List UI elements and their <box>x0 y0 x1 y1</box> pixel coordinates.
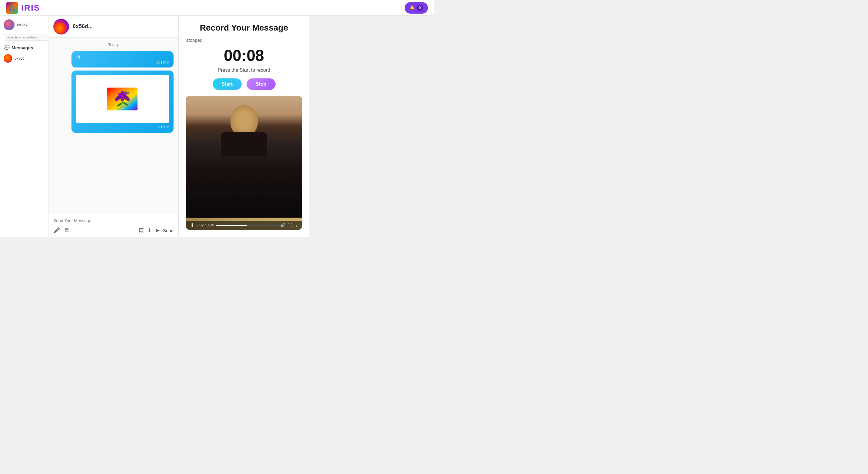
more-options-icon[interactable]: ⋮ <box>294 223 299 228</box>
message-bubble-image: IRIS 13:18PM <box>71 70 174 133</box>
stop-record-button[interactable]: Stop <box>247 78 276 90</box>
chat-messages: Today Hi 13:17PM <box>49 37 178 213</box>
chat-peer-avatar <box>53 19 69 34</box>
user-profile: 0x2a7... <box>4 20 44 30</box>
messages-section: 💬 Messages 0x56d... <box>4 45 44 64</box>
record-panel: Record Your Message stopped 00:08 Press … <box>179 16 309 237</box>
video-controls-bar: ⏸ 0:02 / 0:04 🔊 ⛶ ⋮ <box>186 221 302 230</box>
app-logo <box>6 2 18 14</box>
date-divider: Today <box>53 42 174 47</box>
record-hint: Press the Start to record <box>186 68 302 73</box>
record-timer: 00:08 <box>186 46 302 65</box>
svg-text:IRIS: IRIS <box>121 108 124 109</box>
topbar-left: IRIS <box>6 2 40 14</box>
chat-toolbar-left: 🎤 🖥 <box>53 227 69 234</box>
chat-panel: 0x56d... Today Hi 13:17PM <box>49 16 179 237</box>
chat-input-area: 🎤 🖥 🖼 ⬇ ➤ Send <box>49 213 178 237</box>
message-bubble-text: Hi 13:17PM <box>71 51 174 68</box>
user-address: 0x2a7... <box>17 23 31 27</box>
record-controls: Start Stop <box>186 78 302 90</box>
download-icon[interactable]: ⬇ <box>147 227 152 234</box>
person-head <box>230 105 258 135</box>
message-time-2: 13:18PM <box>76 125 169 129</box>
video-preview: ⏸ 0:02 / 0:04 🔊 ⛶ ⋮ <box>186 96 302 230</box>
search-input[interactable] <box>4 34 51 40</box>
main-layout: 0x2a7... Search 💬 Messages 0x56d... 0x56… <box>0 16 434 237</box>
video-time: 0:02 / 0:04 <box>196 223 214 227</box>
app-title: IRIS <box>21 3 40 13</box>
image-attach-icon[interactable]: 🖼 <box>139 227 144 234</box>
message-text: Hi <box>76 54 80 59</box>
chat-toolbar: 🎤 🖥 🖼 ⬇ ➤ Send <box>53 227 174 234</box>
microphone-icon[interactable]: 🎤 <box>53 227 60 234</box>
volume-icon[interactable]: 🔊 <box>280 223 285 228</box>
record-status: stopped <box>186 37 302 43</box>
chat-header: 0x56d... <box>49 16 178 37</box>
fullscreen-icon[interactable]: ⛶ <box>288 223 292 228</box>
topbar: IRIS 🔔 0 <box>0 0 434 16</box>
chat-toolbar-right: 🖼 ⬇ ➤ Send <box>139 227 174 234</box>
iris-image: IRIS <box>107 87 137 111</box>
start-record-button[interactable]: Start <box>213 78 242 90</box>
message-time-1: 13:17PM <box>76 61 169 65</box>
chat-message-input[interactable] <box>53 216 174 225</box>
person-body <box>221 132 267 157</box>
svg-point-12 <box>121 96 124 100</box>
video-progress-bar[interactable] <box>216 225 278 226</box>
search-area: Search <box>4 34 44 40</box>
notification-button[interactable]: 🔔 0 <box>405 2 428 13</box>
contact-avatar <box>4 54 12 63</box>
send-icon-button[interactable]: ➤ <box>155 227 160 234</box>
video-progress-fill <box>216 225 247 226</box>
messages-header: 💬 Messages <box>4 45 44 50</box>
contact-item[interactable]: 0x56d... <box>4 53 44 64</box>
video-play-button[interactable]: ⏸ <box>189 223 194 228</box>
user-avatar <box>4 20 14 30</box>
notification-count: 0 <box>416 4 423 11</box>
bell-icon: 🔔 <box>409 5 414 10</box>
chat-peer-name: 0x56d... <box>73 23 93 30</box>
person-video-bg <box>186 96 302 217</box>
contact-address: 0x56d... <box>14 56 28 61</box>
svg-rect-4 <box>122 101 123 108</box>
send-label: Send <box>163 228 174 233</box>
svg-point-2 <box>11 7 13 10</box>
sidebar: 0x2a7... Search 💬 Messages 0x56d... <box>0 16 49 237</box>
messages-icon: 💬 <box>4 45 10 50</box>
record-title: Record Your Message <box>186 23 302 33</box>
video-controls-right: 🔊 ⛶ ⋮ <box>280 223 299 228</box>
screen-share-icon[interactable]: 🖥 <box>64 227 69 234</box>
video-feed <box>186 96 302 230</box>
message-image-inner: IRIS <box>76 75 169 123</box>
messages-label: Messages <box>11 45 33 50</box>
